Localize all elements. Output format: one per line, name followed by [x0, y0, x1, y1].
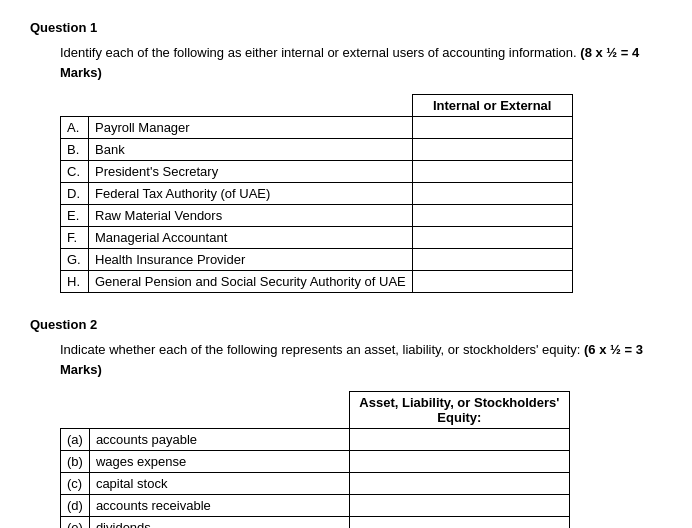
q1-answer-cell: [412, 139, 572, 161]
q1-item-cell: General Pension and Social Security Auth…: [89, 271, 413, 293]
question-2-description: Indicate whether each of the following r…: [60, 342, 580, 357]
q1-table-row: F. Managerial Accountant: [61, 227, 573, 249]
q1-letter-cell: C.: [61, 161, 89, 183]
q2-letter-cell: (c): [61, 473, 90, 495]
question-1-title: Question 1: [30, 20, 662, 35]
question-2-title: Question 2: [30, 317, 662, 332]
question-2-block: Question 2 Indicate whether each of the …: [30, 317, 662, 528]
q2-letter-cell: (d): [61, 495, 90, 517]
q2-empty-header-letter: [61, 392, 90, 429]
q1-item-cell: Federal Tax Authority (of UAE): [89, 183, 413, 205]
question-2-table: Asset, Liability, or Stockholders' Equit…: [60, 391, 570, 528]
q1-table-row: D. Federal Tax Authority (of UAE): [61, 183, 573, 205]
q2-answer-cell: [349, 495, 569, 517]
q1-answer-cell: [412, 227, 572, 249]
q1-table-row: H. General Pension and Social Security A…: [61, 271, 573, 293]
q2-empty-header-item: [89, 392, 349, 429]
q1-letter-cell: F.: [61, 227, 89, 249]
question-1-table: Internal or External A. Payroll Manager …: [60, 94, 573, 293]
q2-table-row: (d) accounts receivable: [61, 495, 570, 517]
q2-answer-cell: [349, 473, 569, 495]
q1-answer-cell: [412, 117, 572, 139]
question-1-text: Identify each of the following as either…: [60, 43, 662, 82]
q2-table-row: (c) capital stock: [61, 473, 570, 495]
q1-table-row: C. President's Secretary: [61, 161, 573, 183]
q1-letter-cell: D.: [61, 183, 89, 205]
q1-letter-cell: E.: [61, 205, 89, 227]
question-2-header-row: Asset, Liability, or Stockholders' Equit…: [61, 392, 570, 429]
q1-table-row: B. Bank: [61, 139, 573, 161]
q1-column-header: Internal or External: [412, 95, 572, 117]
q1-answer-cell: [412, 271, 572, 293]
q1-answer-cell: [412, 205, 572, 227]
q1-letter-cell: G.: [61, 249, 89, 271]
question-1-header-row: Internal or External: [61, 95, 573, 117]
q1-table-row: G. Health Insurance Provider: [61, 249, 573, 271]
q1-answer-cell: [412, 161, 572, 183]
q1-item-cell: Raw Material Vendors: [89, 205, 413, 227]
q1-letter-cell: A.: [61, 117, 89, 139]
q1-table-row: E. Raw Material Vendors: [61, 205, 573, 227]
q1-empty-header-letter: [61, 95, 89, 117]
q1-answer-cell: [412, 183, 572, 205]
q2-column-header: Asset, Liability, or Stockholders' Equit…: [349, 392, 569, 429]
q1-item-cell: President's Secretary: [89, 161, 413, 183]
q2-item-cell: capital stock: [89, 473, 349, 495]
q2-table-row: (a) accounts payable: [61, 429, 570, 451]
q2-item-cell: accounts receivable: [89, 495, 349, 517]
q1-item-cell: Managerial Accountant: [89, 227, 413, 249]
q1-letter-cell: B.: [61, 139, 89, 161]
q1-table-row: A. Payroll Manager: [61, 117, 573, 139]
q2-item-cell: accounts payable: [89, 429, 349, 451]
q1-item-cell: Payroll Manager: [89, 117, 413, 139]
question-1-description: Identify each of the following as either…: [60, 45, 577, 60]
q2-answer-cell: [349, 451, 569, 473]
q1-letter-cell: H.: [61, 271, 89, 293]
q2-table-row: (b) wages expense: [61, 451, 570, 473]
q2-item-cell: dividends: [89, 517, 349, 529]
q1-empty-header-item: [89, 95, 413, 117]
q2-item-cell: wages expense: [89, 451, 349, 473]
q1-item-cell: Bank: [89, 139, 413, 161]
question-1-block: Question 1 Identify each of the followin…: [30, 20, 662, 293]
question-2-text: Indicate whether each of the following r…: [60, 340, 662, 379]
q2-letter-cell: (e): [61, 517, 90, 529]
q2-letter-cell: (a): [61, 429, 90, 451]
q2-table-row: (e) dividends: [61, 517, 570, 529]
q2-letter-cell: (b): [61, 451, 90, 473]
q2-answer-cell: [349, 429, 569, 451]
q2-answer-cell: [349, 517, 569, 529]
q1-answer-cell: [412, 249, 572, 271]
q1-item-cell: Health Insurance Provider: [89, 249, 413, 271]
